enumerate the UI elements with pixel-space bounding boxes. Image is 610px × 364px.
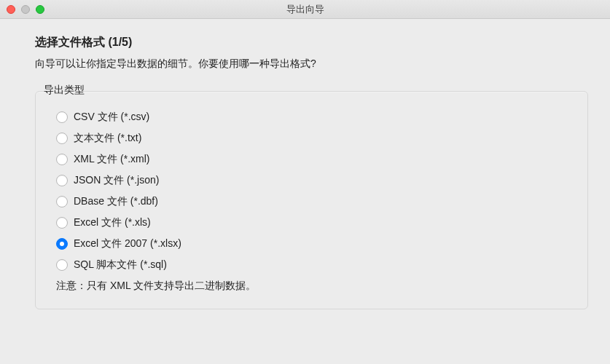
radio-icon[interactable] (56, 132, 68, 144)
export-type-option[interactable]: XML 文件 (*.xml) (56, 153, 567, 166)
export-type-label: CSV 文件 (*.csv) (74, 111, 149, 124)
radio-icon[interactable] (56, 238, 68, 250)
export-type-option[interactable]: DBase 文件 (*.dbf) (56, 195, 567, 208)
radio-icon[interactable] (56, 259, 68, 271)
step-title: 选择文件格式 (1/5) (35, 35, 588, 50)
close-icon[interactable] (7, 5, 15, 14)
export-type-label: XML 文件 (*.xml) (74, 153, 149, 166)
export-type-label: SQL 脚本文件 (*.sql) (74, 258, 167, 272)
maximize-icon[interactable] (36, 5, 44, 14)
export-type-label: DBase 文件 (*.dbf) (74, 195, 158, 208)
radio-icon[interactable] (56, 217, 68, 229)
export-type-label: Excel 文件 (*.xls) (74, 216, 151, 229)
export-type-option[interactable]: CSV 文件 (*.csv) (56, 111, 567, 124)
export-type-option[interactable]: SQL 脚本文件 (*.sql) (56, 258, 567, 272)
export-type-option[interactable]: Excel 文件 (*.xls) (56, 216, 567, 229)
radio-icon[interactable] (56, 175, 68, 186)
export-type-option[interactable]: JSON 文件 (*.json) (56, 174, 567, 187)
step-description: 向导可以让你指定导出数据的细节。你要使用哪一种导出格式? (35, 58, 588, 71)
radio-icon[interactable] (56, 154, 68, 165)
export-type-label: 文本文件 (*.txt) (74, 132, 141, 145)
export-type-group: CSV 文件 (*.csv)文本文件 (*.txt)XML 文件 (*.xml)… (35, 91, 588, 309)
group-note: 注意：只有 XML 文件支持导出二进制数据。 (56, 280, 567, 293)
wizard-content: 选择文件格式 (1/5) 向导可以让你指定导出数据的细节。你要使用哪一种导出格式… (0, 19, 610, 309)
export-type-label: JSON 文件 (*.json) (74, 174, 159, 187)
export-type-label: Excel 文件 2007 (*.xlsx) (74, 237, 181, 250)
window-titlebar: 导出向导 (0, 0, 610, 19)
minimize-icon (21, 5, 30, 14)
export-type-option[interactable]: Excel 文件 2007 (*.xlsx) (56, 237, 567, 250)
radio-icon[interactable] (56, 111, 68, 123)
radio-icon[interactable] (56, 196, 68, 207)
group-label: 导出类型 (44, 84, 588, 97)
window-controls (0, 5, 44, 14)
export-type-option[interactable]: 文本文件 (*.txt) (56, 132, 567, 145)
window-title: 导出向导 (0, 3, 610, 16)
